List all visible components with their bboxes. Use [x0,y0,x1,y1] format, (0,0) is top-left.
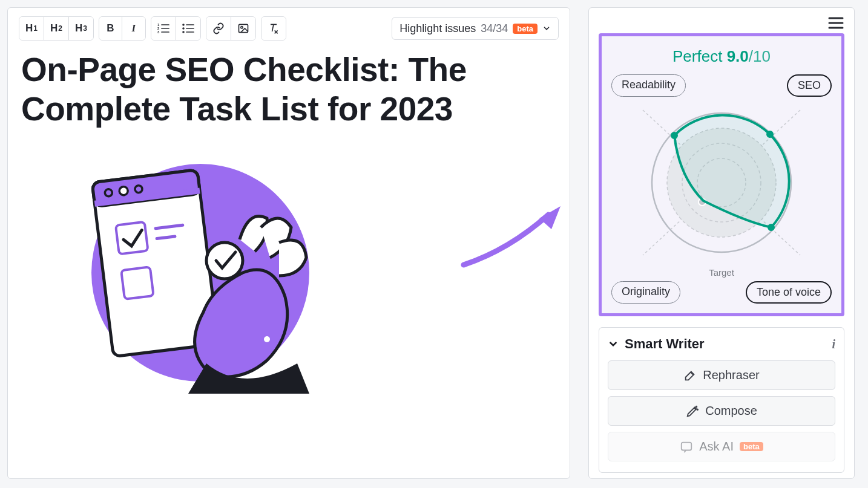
svg-point-26 [206,242,243,279]
score-out: /10 [749,47,771,65]
h3-button[interactable]: H3 [69,17,93,40]
compose-icon [686,405,699,418]
link-button[interactable] [206,17,231,40]
pill-originality[interactable]: Originality [611,281,680,304]
beta-badge: beta [740,442,763,451]
toolbar: H1 H2 H3 B I 123 [19,16,559,41]
editor-panel: H1 H2 H3 B I 123 [7,7,570,479]
svg-point-9 [182,24,185,26]
document-title[interactable]: On-Page SEO Checklist: The Complete Task… [19,48,559,135]
target-label: Target [611,267,832,278]
pill-tone[interactable]: Tone of voice [746,281,832,304]
bold-label: B [107,22,114,34]
svg-point-11 [182,31,185,33]
svg-point-40 [768,224,775,231]
tool-label: Ask AI [699,440,734,454]
pill-seo[interactable]: SEO [787,74,832,97]
info-icon[interactable]: i [832,337,835,351]
pill-readability[interactable]: Readability [611,74,686,97]
h-sub: 3 [83,24,87,33]
chevron-down-icon [542,24,551,33]
bold-button[interactable]: B [99,17,122,40]
svg-point-41 [696,406,697,407]
beta-badge: beta [513,24,538,34]
score-label: Perfect [672,47,722,65]
menu-button[interactable] [827,16,844,30]
image-icon [237,22,249,34]
clear-format-icon [268,22,280,34]
svg-point-42 [697,409,699,410]
ordered-list-button[interactable]: 123 [151,17,176,40]
smart-writer-title: Smart Writer [625,336,826,352]
unordered-list-button[interactable] [176,17,200,40]
svg-point-10 [182,27,185,30]
highlight-issues-dropdown[interactable]: Highlight issues 34/34 beta [392,17,559,40]
tool-label: Compose [705,404,757,418]
h-sub: 1 [33,24,38,33]
h-label: H [75,22,82,34]
link-icon [212,22,225,34]
chevron-down-icon[interactable] [608,339,619,350]
unordered-list-icon [182,23,194,34]
italic-button[interactable]: I [122,17,145,40]
radar-chart [611,98,832,267]
rephraser-button[interactable]: Rephraser [608,360,835,390]
h-sub: 2 [58,24,62,33]
svg-point-20 [119,186,128,196]
compose-button[interactable]: Compose [608,396,835,426]
svg-point-39 [766,131,774,138]
h1-button[interactable]: H1 [19,17,44,40]
ordered-list-icon: 123 [157,23,169,34]
svg-marker-14 [539,206,561,229]
h-label: H [25,22,33,34]
svg-rect-12 [238,24,248,32]
edit-icon [683,369,697,382]
score-card: Perfect 9.0/10 Readability SEO [599,33,844,316]
h-label: H [50,22,58,34]
h2-button[interactable]: H2 [44,17,69,40]
chat-icon [680,440,693,454]
annotation-arrow [461,201,564,274]
svg-point-27 [264,336,270,342]
score-line: Perfect 9.0/10 [611,47,832,66]
tool-label: Rephraser [703,368,759,382]
svg-point-38 [671,132,678,139]
svg-rect-43 [682,442,692,450]
smart-writer-card: Smart Writer i Rephraser Compose Ask AI … [599,327,844,473]
svg-point-13 [241,27,243,28]
issues-count: 34/34 [481,22,508,35]
clear-format-button[interactable] [261,17,286,40]
hamburger-icon [827,16,844,30]
ask-ai-button[interactable]: Ask AI beta [608,432,835,461]
side-panel: Perfect 9.0/10 Readability SEO [588,7,855,479]
issues-label: Highlight issues [399,22,476,35]
image-button[interactable] [231,17,255,40]
score-value: 9.0 [727,47,749,65]
svg-text:3: 3 [157,30,160,34]
italic-label: I [132,22,136,34]
